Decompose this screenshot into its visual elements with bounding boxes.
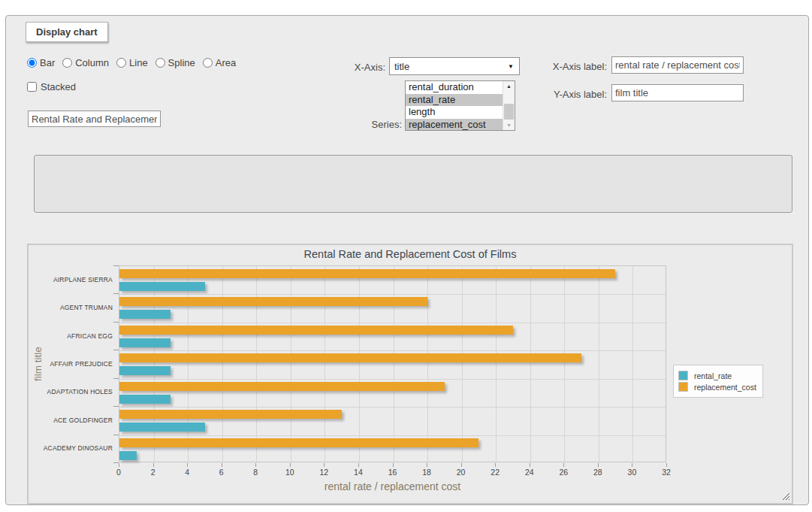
bar-rental_rate[interactable] bbox=[119, 338, 171, 347]
x-gridline bbox=[359, 266, 360, 462]
x-axis-title: rental rate / replacement cost bbox=[119, 480, 666, 492]
panel-title: Display chart bbox=[26, 22, 108, 42]
chart-container: Rental Rate and Replacement Cost of Film… bbox=[27, 244, 793, 504]
display-chart-panel: Display chart BarColumnLineSplineArea St… bbox=[5, 15, 809, 505]
resize-handle-icon[interactable] bbox=[782, 492, 789, 500]
chart-type-label: Line bbox=[129, 57, 148, 68]
x-tick-label: 26 bbox=[559, 468, 568, 477]
x-tick-label: 8 bbox=[253, 468, 258, 477]
x-tick-label: 16 bbox=[388, 468, 397, 477]
x-tick-mark bbox=[255, 463, 256, 467]
plot-area bbox=[119, 265, 666, 462]
x-gridline bbox=[188, 266, 189, 462]
x-axis-select[interactable]: title ▼ bbox=[389, 57, 520, 75]
chart-type-line[interactable]: Line bbox=[116, 57, 148, 68]
x-tick-label: 22 bbox=[491, 468, 500, 477]
category-label: AFRICAN EGG bbox=[29, 332, 113, 340]
x-tick-mark bbox=[187, 463, 188, 467]
series-option-replacement_cost[interactable]: replacement_cost bbox=[406, 119, 503, 131]
y-tick-mark bbox=[113, 293, 119, 294]
x-tick-label: 6 bbox=[219, 468, 224, 477]
chart-legend: rental_ratereplacement_cost bbox=[673, 365, 763, 398]
chart-type-radio-area[interactable] bbox=[203, 58, 213, 68]
x-tick-mark bbox=[119, 463, 119, 467]
y-gridline bbox=[119, 379, 666, 380]
series-option-rental_duration[interactable]: rental_duration bbox=[406, 81, 503, 94]
y-tick-mark bbox=[113, 265, 119, 266]
legend-label: replacement_cost bbox=[688, 383, 756, 392]
legend-swatch-replacement_cost bbox=[678, 382, 688, 392]
x-gridline bbox=[427, 266, 428, 462]
x-tick-label: 12 bbox=[320, 468, 329, 477]
x-tick-mark bbox=[324, 463, 324, 467]
x-axis-label-input[interactable] bbox=[611, 56, 744, 74]
chart-type-radio-column[interactable] bbox=[62, 58, 72, 68]
bar-replacement_cost[interactable] bbox=[119, 410, 342, 419]
x-tick-mark bbox=[632, 463, 632, 467]
category-label: ADAPTATION HOLES bbox=[29, 388, 113, 395]
chart-type-column[interactable]: Column bbox=[62, 57, 109, 68]
chart-type-label: Bar bbox=[40, 57, 55, 68]
bar-rental_rate[interactable] bbox=[119, 395, 171, 404]
legend-swatch-rental_rate bbox=[678, 371, 688, 380]
chart-type-radio-line[interactable] bbox=[116, 58, 126, 68]
x-tick-label: 32 bbox=[662, 468, 671, 477]
x-tick-mark bbox=[393, 463, 394, 467]
series-multiselect[interactable]: rental_durationrental_ratelengthreplacem… bbox=[405, 80, 515, 131]
x-gridline bbox=[222, 266, 223, 462]
bar-rental_rate[interactable] bbox=[119, 282, 205, 291]
scrollbar-thumb[interactable] bbox=[504, 104, 514, 120]
x-axis-label-field-label: X-Axis label: bbox=[532, 61, 607, 72]
scroll-up-icon[interactable]: ▲ bbox=[503, 81, 515, 91]
bar-replacement_cost[interactable] bbox=[119, 326, 513, 335]
scrollbar[interactable]: ▲ ▼ bbox=[503, 81, 515, 130]
series-option-length[interactable]: length bbox=[406, 106, 503, 119]
stacked-checkbox[interactable] bbox=[27, 82, 37, 92]
x-tick-label: 30 bbox=[628, 468, 637, 477]
y-tick-mark bbox=[113, 406, 119, 407]
x-tick-label: 28 bbox=[593, 468, 602, 477]
bar-rental_rate[interactable] bbox=[119, 423, 205, 432]
bar-replacement_cost[interactable] bbox=[119, 353, 581, 362]
y-tick-mark bbox=[113, 435, 119, 435]
x-tick-label: 10 bbox=[285, 468, 294, 477]
y-tick-mark bbox=[113, 322, 119, 323]
chart-title-input[interactable] bbox=[28, 111, 161, 127]
stacked-checkbox-row[interactable]: Stacked bbox=[27, 81, 76, 92]
y-tick-mark bbox=[113, 462, 119, 463]
x-tick-label: 0 bbox=[116, 468, 121, 477]
bar-replacement_cost[interactable] bbox=[119, 382, 445, 391]
x-gridline bbox=[530, 266, 531, 462]
x-tick-label: 20 bbox=[457, 468, 466, 477]
y-axis-label-input[interactable] bbox=[611, 84, 744, 101]
x-gridline bbox=[324, 266, 325, 462]
bar-replacement_cost[interactable] bbox=[119, 269, 615, 278]
category-label: AFFAIR PREJUDICE bbox=[29, 360, 113, 368]
chart-type-radio-spline[interactable] bbox=[155, 58, 165, 68]
bar-rental_rate[interactable] bbox=[119, 366, 171, 375]
chart-type-area[interactable]: Area bbox=[203, 57, 236, 68]
x-gridline bbox=[632, 266, 633, 462]
y-axis-label-field-label: Y-Axis label: bbox=[532, 89, 607, 100]
x-axis-select-label: X-Axis: bbox=[325, 62, 385, 73]
bar-rental_rate[interactable] bbox=[119, 451, 137, 460]
category-label: AIRPLANE SIERRA bbox=[29, 276, 113, 283]
scroll-down-icon[interactable]: ▼ bbox=[503, 120, 515, 130]
bar-replacement_cost[interactable] bbox=[119, 297, 427, 306]
series-option-rental_rate[interactable]: rental_rate bbox=[406, 94, 503, 107]
x-tick-mark bbox=[666, 463, 667, 467]
x-tick-label: 24 bbox=[525, 468, 534, 477]
y-gridline bbox=[119, 435, 666, 436]
x-gridline bbox=[599, 266, 599, 462]
chart-type-spline[interactable]: Spline bbox=[155, 57, 195, 68]
chart-type-bar[interactable]: Bar bbox=[27, 57, 55, 68]
bar-rental_rate[interactable] bbox=[119, 310, 171, 319]
bar-replacement_cost[interactable] bbox=[119, 438, 478, 447]
y-tick-mark bbox=[113, 378, 119, 379]
chart-type-radio-bar[interactable] bbox=[27, 58, 37, 68]
x-tick-mark bbox=[358, 463, 359, 467]
category-label: ACE GOLDFINGER bbox=[29, 417, 113, 424]
chart-type-label: Column bbox=[75, 57, 109, 68]
x-tick-label: 2 bbox=[151, 468, 155, 477]
x-tick-mark bbox=[427, 463, 427, 467]
